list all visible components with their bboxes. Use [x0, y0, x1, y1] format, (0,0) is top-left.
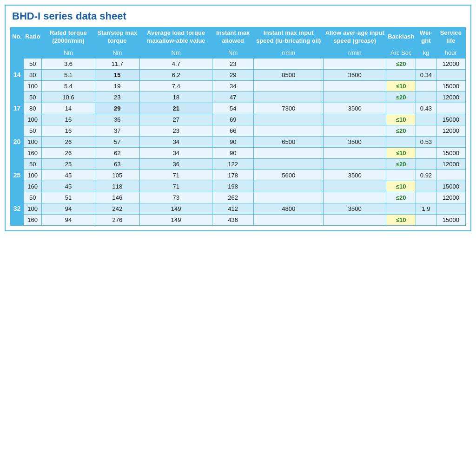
backlash-cell: ≤20: [386, 58, 416, 69]
life-cell: 15000: [436, 80, 465, 91]
weight-cell: [416, 158, 436, 170]
rated-cell: 45: [42, 181, 95, 192]
col-star-stop: Star/stop max torque: [95, 27, 140, 47]
aimax-cell: 3500: [324, 69, 386, 80]
life-cell: 15000: [436, 214, 465, 225]
aimax-cell: [324, 80, 386, 91]
life-cell: [436, 170, 465, 181]
ratio-cell: 80: [23, 103, 42, 114]
backlash-cell: ≤10: [386, 80, 416, 91]
rated-cell: 16: [42, 125, 95, 136]
table-row: 1005.4197.434≤1015000: [11, 80, 466, 91]
avg-cell: 18: [140, 91, 212, 103]
life-cell: [436, 69, 465, 80]
backlash-cell: [386, 170, 416, 181]
page-wrapper: BHD-I series data sheet No. Ratio Rated …: [5, 5, 471, 231]
imax-cell: [254, 181, 324, 192]
star-stop-cell: 118: [95, 181, 140, 192]
star-stop-cell: 36: [95, 114, 140, 125]
backlash-cell: [386, 103, 416, 114]
star-stop-cell: 23: [95, 91, 140, 103]
instant-cell: 23: [212, 58, 254, 69]
table-row: 10016362769≤1015000: [11, 114, 466, 125]
life-cell: 15000: [436, 114, 465, 125]
life-cell: 12000: [436, 125, 465, 136]
unit-no: [11, 47, 24, 58]
instant-cell: 412: [212, 203, 254, 214]
imax-cell: [254, 125, 324, 136]
weight-cell: [416, 58, 436, 69]
rated-cell: 51: [42, 192, 95, 203]
imax-cell: 5600: [254, 170, 324, 181]
aimax-cell: 3500: [324, 203, 386, 214]
rated-cell: 94: [42, 203, 95, 214]
weight-cell: 0.53: [416, 136, 436, 147]
ratio-cell: 100: [23, 136, 42, 147]
weight-cell: [416, 181, 436, 192]
ratio-cell: 160: [23, 214, 42, 225]
backlash-cell: ≤10: [386, 147, 416, 158]
imax-cell: 7300: [254, 103, 324, 114]
imax-cell: 4800: [254, 203, 324, 214]
backlash-cell: ≤10: [386, 114, 416, 125]
instant-cell: 436: [212, 214, 254, 225]
no-cell: 14: [11, 58, 24, 91]
star-stop-cell: 146: [95, 192, 140, 203]
unit-rated: Nm: [42, 47, 95, 58]
unit-aimax: r/min: [324, 47, 386, 58]
avg-cell: 71: [140, 181, 212, 192]
avg-cell: 73: [140, 192, 212, 203]
imax-cell: [254, 80, 324, 91]
unit-star-stop: Nm: [95, 47, 140, 58]
backlash-cell: ≤20: [386, 91, 416, 103]
star-stop-cell: 242: [95, 203, 140, 214]
imax-cell: [254, 158, 324, 170]
aimax-cell: 3500: [324, 170, 386, 181]
col-weight: Wei-ght: [416, 27, 436, 47]
table-row: 14503.611.74.723≤2012000: [11, 58, 466, 69]
backlash-cell: ≤10: [386, 214, 416, 225]
rated-cell: 26: [42, 147, 95, 158]
backlash-cell: ≤10: [386, 181, 416, 192]
ratio-cell: 100: [23, 170, 42, 181]
avg-cell: 21: [140, 103, 212, 114]
unit-ratio: [23, 47, 42, 58]
table-row: 2550256336122≤2012000: [11, 158, 466, 170]
aimax-cell: [324, 192, 386, 203]
life-cell: 12000: [436, 91, 465, 103]
table-row: 10094242149412480035001.9: [11, 203, 466, 214]
aimax-cell: [324, 147, 386, 158]
life-cell: 12000: [436, 58, 465, 69]
table-body: 14503.611.74.723≤2012000805.1156.2298500…: [11, 58, 466, 225]
life-cell: [436, 203, 465, 214]
backlash-cell: [386, 69, 416, 80]
table-row: 8014292154730035000.43: [11, 103, 466, 114]
col-service-life: Service life: [436, 27, 465, 47]
avg-cell: 7.4: [140, 80, 212, 91]
imax-cell: 8500: [254, 69, 324, 80]
table-row: 10026573490650035000.53: [11, 136, 466, 147]
instant-cell: 198: [212, 181, 254, 192]
imax-cell: [254, 91, 324, 103]
star-stop-cell: 19: [95, 80, 140, 91]
unit-backlash: Arc Sec: [386, 47, 416, 58]
table-row: 16026623490≤1015000: [11, 147, 466, 158]
ratio-cell: 50: [23, 192, 42, 203]
rated-cell: 3.6: [42, 58, 95, 69]
table-row: 1004510571178560035000.92: [11, 170, 466, 181]
imax-cell: [254, 192, 324, 203]
no-cell: 17: [11, 91, 24, 125]
rated-cell: 5.1: [42, 69, 95, 80]
table-row: 16094276149436≤1015000: [11, 214, 466, 225]
imax-cell: [254, 214, 324, 225]
col-avg-load: Average load torque maxallow-able value: [140, 27, 212, 47]
aimax-cell: [324, 114, 386, 125]
header-row: No. Ratio Rated torque (2000r/min) Star/…: [11, 27, 466, 47]
backlash-cell: [386, 136, 416, 147]
col-no: No.: [11, 27, 24, 47]
star-stop-cell: 15: [95, 69, 140, 80]
backlash-cell: ≤20: [386, 192, 416, 203]
aimax-cell: [324, 158, 386, 170]
instant-cell: 90: [212, 136, 254, 147]
table-row: 175010.6231847≤2012000: [11, 91, 466, 103]
